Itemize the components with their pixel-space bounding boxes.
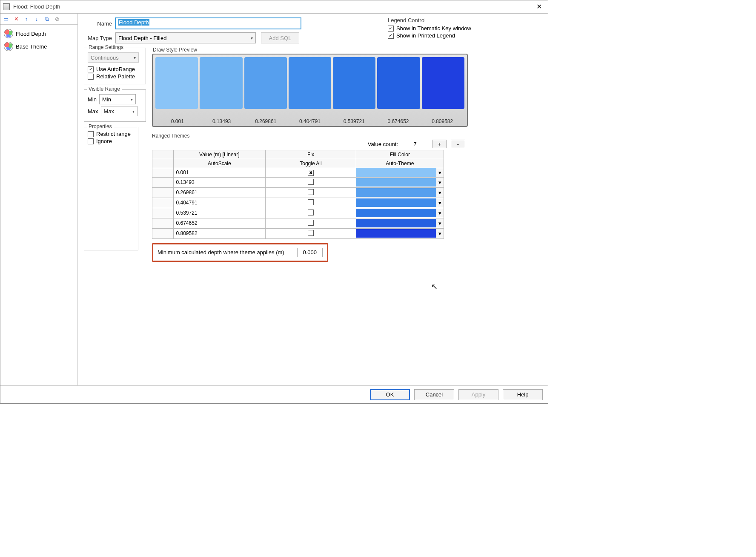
fill-color-dropdown[interactable]: ▾ — [436, 198, 444, 207]
value-count-plus-button[interactable]: + — [432, 140, 447, 148]
row-header[interactable] — [152, 208, 174, 218]
maptype-select[interactable]: Flood Depth - Filled▾ — [115, 32, 256, 43]
row-header[interactable] — [152, 177, 174, 187]
fill-color-swatch[interactable] — [356, 178, 436, 187]
fix-cell[interactable] — [266, 187, 356, 198]
row-header[interactable] — [152, 228, 174, 238]
toggle-all-button[interactable]: Toggle All — [266, 159, 356, 168]
close-icon[interactable]: ✕ — [533, 3, 545, 11]
fill-color-swatch[interactable] — [356, 209, 436, 217]
show-printed-label: Show in Printed Legend — [396, 32, 455, 39]
fix-cell[interactable] — [266, 177, 356, 187]
fill-color-swatch[interactable] — [356, 219, 436, 227]
fix-checkbox[interactable] — [308, 220, 314, 226]
range-mode-select: Continuous▾ — [88, 52, 139, 63]
ranged-themes-table: Value (m) [Linear] Fix Fill Color AutoSc… — [152, 150, 444, 239]
fix-cell[interactable] — [266, 198, 356, 208]
fix-checkbox[interactable] — [308, 230, 314, 236]
fill-color-dropdown[interactable]: ▾ — [436, 178, 444, 187]
show-thematic-checkbox[interactable] — [388, 26, 394, 32]
fill-cell[interactable]: ▾ — [356, 198, 444, 208]
cancel-button[interactable]: Cancel — [414, 389, 454, 400]
tree-item-base-theme[interactable]: Base Theme — [2, 40, 76, 53]
maptype-label: Map Type — [84, 35, 112, 41]
fill-color-swatch[interactable] — [356, 168, 436, 177]
preview-tick: 0.674652 — [376, 118, 421, 124]
preview-swatch — [377, 57, 420, 109]
fix-cell[interactable] — [266, 228, 356, 238]
fill-cell[interactable]: ▾ — [356, 208, 444, 218]
fix-cell[interactable] — [266, 168, 356, 178]
copy-icon[interactable]: ⧉ — [43, 15, 51, 23]
visible-range-group: Visible Range MinMin▾ MaxMax▾ — [84, 89, 146, 122]
fill-color-dropdown[interactable]: ▾ — [436, 188, 444, 197]
min-depth-input[interactable] — [297, 248, 323, 257]
preview-tick: 0.809582 — [420, 118, 464, 124]
row-header[interactable] — [152, 187, 174, 198]
tree-item-flood-depth[interactable]: Flood Depth — [2, 27, 76, 40]
fill-cell[interactable]: ▾ — [356, 218, 444, 228]
move-down-icon[interactable]: ↓ — [33, 15, 40, 23]
fill-cell[interactable]: ▾ — [356, 228, 444, 238]
value-cell[interactable]: 0.404791 — [173, 198, 266, 208]
fix-checkbox[interactable] — [308, 170, 314, 176]
preview-tick: 0.404791 — [288, 118, 332, 124]
value-cell[interactable]: 0.13493 — [173, 177, 266, 187]
autoscale-button[interactable]: AutoScale — [173, 159, 266, 168]
range-settings-group: Range Settings Continuous▾ Use AutoRange… — [84, 48, 146, 84]
value-cell[interactable]: 0.269861 — [173, 187, 266, 198]
col-fix: Fix — [266, 150, 356, 159]
value-count-minus-button[interactable]: - — [451, 140, 465, 148]
fix-checkbox[interactable] — [308, 189, 314, 195]
fill-cell[interactable]: ▾ — [356, 168, 444, 178]
row-header[interactable] — [152, 198, 174, 208]
min-select[interactable]: Min▾ — [99, 94, 136, 104]
value-cell[interactable]: 0.001 — [173, 168, 266, 178]
preview-tick: 0.539721 — [332, 118, 376, 124]
fill-cell[interactable]: ▾ — [356, 177, 444, 187]
autorange-checkbox[interactable] — [88, 66, 94, 72]
layers-icon[interactable]: ▭ — [2, 15, 10, 23]
ignore-checkbox[interactable] — [88, 138, 94, 144]
fix-cell[interactable] — [266, 208, 356, 218]
auto-theme-button[interactable]: Auto-Theme — [356, 159, 444, 168]
max-select[interactable]: Max▾ — [101, 106, 137, 116]
apply-button: Apply — [458, 389, 498, 400]
fill-color-dropdown[interactable]: ▾ — [436, 219, 444, 227]
properties-group: Properties Restrict range Ignore — [84, 127, 138, 250]
max-label: Max — [88, 108, 98, 115]
fill-color-swatch[interactable] — [356, 188, 436, 197]
value-cell[interactable]: 0.674652 — [173, 218, 266, 228]
ignore-label: Ignore — [96, 138, 112, 144]
fill-color-swatch[interactable] — [356, 198, 436, 207]
fix-checkbox[interactable] — [308, 179, 314, 185]
value-cell[interactable]: 0.809582 — [173, 228, 266, 238]
row-header[interactable] — [152, 218, 174, 228]
chevron-down-icon: ▾ — [251, 36, 253, 40]
window-title: Flood: Flood Depth — [13, 3, 533, 10]
help-button[interactable]: Help — [503, 389, 543, 400]
fix-checkbox[interactable] — [308, 199, 314, 205]
fill-cell[interactable]: ▾ — [356, 187, 444, 198]
reset-icon[interactable]: ⊘ — [53, 15, 61, 23]
row-header[interactable] — [152, 168, 174, 178]
value-cell[interactable]: 0.539721 — [173, 208, 266, 218]
table-row: 0.674652▾ — [152, 218, 444, 228]
fix-cell[interactable] — [266, 218, 356, 228]
ok-button[interactable]: OK — [370, 389, 410, 400]
fill-color-dropdown[interactable]: ▾ — [436, 209, 444, 217]
fill-color-swatch[interactable] — [356, 229, 436, 238]
tree-item-label: Base Theme — [16, 43, 47, 50]
min-depth-row: Minimum calculated depth where theme app… — [152, 243, 328, 262]
move-up-icon[interactable]: ↑ — [23, 15, 30, 23]
preview-swatch — [289, 57, 331, 109]
relative-palette-label: Relative Palette — [96, 73, 135, 80]
fix-checkbox[interactable] — [308, 210, 314, 215]
fill-color-dropdown[interactable]: ▾ — [436, 229, 444, 238]
fill-color-dropdown[interactable]: ▾ — [436, 168, 444, 177]
show-printed-checkbox[interactable] — [388, 33, 394, 39]
relative-palette-checkbox[interactable] — [88, 74, 94, 80]
restrict-range-checkbox[interactable] — [88, 131, 94, 137]
delete-icon[interactable]: ✕ — [12, 15, 20, 23]
name-input[interactable]: Flood Depth — [115, 18, 301, 29]
